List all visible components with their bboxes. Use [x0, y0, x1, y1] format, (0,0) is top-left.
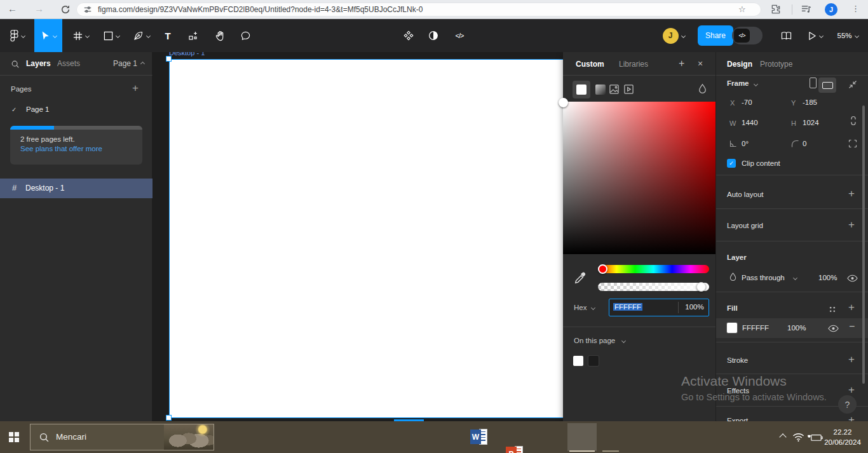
fill-row[interactable]: FFFFFF 100% −	[716, 318, 868, 338]
on-this-page-label[interactable]: On this page	[574, 337, 615, 344]
styles-icon[interactable]	[829, 306, 836, 313]
page-item[interactable]: Page 1	[26, 105, 49, 113]
frame-preset-label[interactable]: Frame	[727, 79, 749, 87]
add-export-button[interactable]: +	[848, 414, 855, 421]
pen-tool-button[interactable]	[127, 19, 156, 52]
taskbar-word-icon[interactable]: W	[470, 428, 488, 445]
independent-corners-icon[interactable]	[848, 139, 857, 148]
corner-radius-value[interactable]: 0	[803, 140, 806, 147]
actions-tool-button[interactable]	[182, 19, 205, 52]
present-button[interactable]	[802, 19, 829, 52]
color-area-handle[interactable]	[559, 98, 568, 107]
tab-design[interactable]: Design	[727, 60, 752, 69]
page-selector[interactable]: Page 1	[113, 59, 144, 68]
zoom-menu[interactable]: 55%	[831, 19, 864, 52]
eyedropper-icon[interactable]	[574, 272, 587, 285]
upsell-link[interactable]: See plans that offer more	[20, 145, 132, 152]
landscape-orientation-button[interactable]	[818, 78, 836, 93]
design-frame[interactable]	[169, 59, 614, 418]
add-auto-layout-button[interactable]: +	[848, 187, 855, 200]
constrain-proportions-icon[interactable]	[850, 115, 857, 126]
hex-format-label[interactable]: Hex	[574, 304, 587, 311]
site-settings-icon[interactable]	[83, 5, 92, 14]
page-color-swatch-black[interactable]	[588, 356, 599, 366]
text-tool-button[interactable]: T	[158, 19, 178, 52]
h-value[interactable]: 1024	[803, 119, 819, 126]
tab-libraries[interactable]: Libraries	[619, 60, 648, 69]
panel-scrollbar[interactable]	[862, 105, 865, 384]
video-mode-button[interactable]	[623, 84, 634, 95]
tab-list-icon[interactable]	[801, 4, 811, 14]
search-highlight-image[interactable]	[164, 424, 214, 450]
image-mode-button[interactable]	[609, 84, 620, 95]
main-menu-button[interactable]	[4, 19, 31, 52]
help-button[interactable]: ?	[838, 395, 857, 414]
tab-custom[interactable]: Custom	[576, 60, 604, 69]
remove-fill-button[interactable]: −	[849, 321, 855, 332]
mask-button[interactable]	[424, 19, 442, 52]
tab-layers[interactable]: Layers	[26, 59, 51, 68]
alpha-slider[interactable]	[598, 283, 709, 291]
library-button[interactable]	[776, 19, 796, 52]
browser-avatar[interactable]: J	[825, 3, 837, 16]
gradient-mode-button[interactable]	[595, 85, 606, 95]
start-button[interactable]	[9, 432, 19, 442]
eye-icon[interactable]	[828, 325, 839, 332]
add-page-button[interactable]: +	[132, 83, 139, 93]
fill-color-swatch[interactable]	[727, 323, 737, 333]
search-icon[interactable]	[11, 60, 20, 69]
browser-reload-icon[interactable]	[60, 4, 71, 15]
frame-title-label[interactable]: Desktop - 1	[169, 52, 205, 57]
component-button[interactable]	[400, 19, 417, 52]
taskbar-clock[interactable]: 22.22 20/06/2024	[820, 427, 865, 447]
frame-tool-button[interactable]	[66, 19, 95, 52]
blend-droplet-icon[interactable]	[698, 83, 707, 94]
browser-forward-icon[interactable]: →	[34, 3, 44, 15]
hex-input[interactable]: FFFFFF 100%	[609, 299, 709, 316]
comment-tool-button[interactable]	[234, 19, 257, 52]
layer-opacity-value[interactable]: 100%	[818, 274, 837, 281]
fill-hex-value[interactable]: FFFFFF	[742, 324, 769, 332]
y-value[interactable]: -185	[803, 98, 817, 106]
dev-mode-toggle[interactable]: </>	[732, 27, 763, 44]
frame-handle-bottom-left[interactable]	[166, 415, 172, 421]
w-value[interactable]: 1440	[742, 119, 758, 126]
browser-back-icon[interactable]: ←	[8, 3, 17, 15]
rotation-value[interactable]: 0°	[742, 140, 749, 147]
add-stroke-button[interactable]: +	[848, 353, 855, 366]
browser-menu-icon[interactable]: ⋮	[851, 4, 860, 13]
clip-content-checkbox[interactable]: ✓	[727, 159, 736, 168]
move-tool-button[interactable]	[34, 19, 62, 52]
wifi-icon[interactable]	[792, 433, 804, 442]
account-menu[interactable]: J	[658, 19, 689, 52]
page-color-swatch-white[interactable]	[573, 356, 583, 366]
taskbar-powerpoint-icon[interactable]: P	[506, 445, 524, 453]
blend-mode-select[interactable]: Pass through	[742, 274, 785, 281]
add-effect-button[interactable]: +	[848, 384, 855, 396]
add-layout-grid-button[interactable]: +	[848, 219, 855, 231]
tab-assets[interactable]: Assets	[57, 59, 80, 68]
tab-prototype[interactable]: Prototype	[760, 60, 792, 69]
opacity-value[interactable]: 100%	[682, 303, 707, 311]
hand-tool-button[interactable]	[208, 19, 231, 52]
extensions-icon[interactable]	[770, 4, 781, 15]
close-icon[interactable]: ×	[698, 58, 703, 69]
taskbar-chrome-active-tile[interactable]	[567, 423, 597, 451]
address-bar[interactable]: figma.com/design/9Z3VVaNwKmPBvFCD2lB0eq/…	[76, 3, 761, 17]
portrait-orientation-button[interactable]	[810, 78, 817, 88]
hue-handle[interactable]	[598, 264, 607, 274]
alpha-handle[interactable]	[696, 282, 706, 292]
solid-color-mode-button[interactable]	[573, 81, 590, 98]
frame-handle-top-left[interactable]	[166, 56, 172, 62]
layer-row-desktop-1[interactable]: # Desktop - 1	[0, 179, 153, 198]
hue-slider[interactable]	[598, 265, 709, 273]
saturation-value-area[interactable]	[563, 102, 715, 254]
share-button[interactable]: Share	[698, 25, 733, 46]
add-fill-button[interactable]: +	[848, 301, 855, 314]
taskbar-search-box[interactable]: Mencari	[30, 424, 214, 450]
x-value[interactable]: -70	[742, 98, 752, 106]
bookmark-star-icon[interactable]: ☆	[738, 4, 746, 14]
tray-expand-icon[interactable]	[779, 433, 786, 440]
add-color-button[interactable]: +	[679, 58, 684, 69]
shape-tool-button[interactable]	[97, 19, 126, 52]
